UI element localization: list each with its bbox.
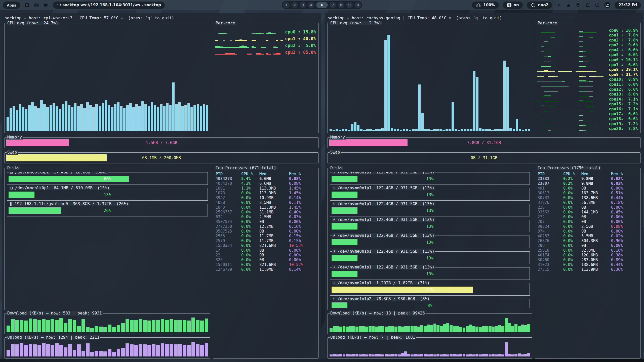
disk-entry: ⚡/dev/nvme0n1p1 122.4GB / 931.5GB (13%) …: [330, 236, 530, 248]
disks-network-column: Disks ⚡/dev/nvme0n1p1 122.4GB / 931.5GB …: [328, 168, 532, 358]
process-mem-percent: 1.45%: [289, 191, 316, 196]
disk-icon: ⊟: [10, 186, 13, 190]
process-mem: 821.6MB: [259, 243, 289, 248]
core-sparkline: [537, 102, 607, 106]
workspace-button[interactable]: 0: [354, 2, 361, 8]
memory-panel: Memory 7.8GB / 31.1GB: [328, 137, 640, 148]
process-mem-percent: 0.40%: [289, 210, 316, 215]
signal-bars-icon[interactable]: [566, 2, 571, 8]
per-core-label: Per-core: [215, 21, 236, 25]
terminal-window-cachyos-gaming[interactable]: socktop — host: cachyos-gaming | CPU Tem…: [325, 13, 643, 359]
process-row: 1073 0.0% 113.3MB 1.45%: [216, 191, 316, 196]
process-mem-percent: 0.00%: [611, 219, 638, 224]
process-mem: 138.6MB: [581, 262, 611, 267]
power-profile-icon[interactable]: [556, 2, 562, 8]
workspace-list: 1 2 3 4 6 7 8 9: [283, 2, 361, 8]
core-sparkline: [537, 127, 607, 131]
volume-pill[interactable]: 100%: [472, 2, 499, 9]
process-mem: 8.5MB: [259, 200, 289, 205]
workspace-button[interactable]: 3: [300, 2, 306, 8]
clock-text: 23:32 Fri: [618, 3, 637, 7]
process-mem: 0B: [581, 186, 611, 191]
cpu-avg-panel: CPU avg (now: 2.3%): [328, 23, 532, 133]
workspace-button[interactable]: 9: [346, 2, 353, 8]
core-row: cpu11↓ 6.0%: [537, 81, 638, 86]
process-pid: 23833: [538, 176, 563, 181]
disk-entry: ⚡/dev/nvme0n1p1 122.4GB / 931.5GB (13%) …: [330, 267, 530, 280]
core-row: cpu3 ↑ 85.0%: [215, 48, 316, 55]
disk-usage-percent: 13%: [330, 271, 530, 277]
disk-entry: ⣿192.168.1.11:/gvolume0 363.8GB / 1.37TB…: [7, 204, 208, 216]
network-pill[interactable]: eno2: [527, 2, 552, 9]
upload-chart: [330, 341, 530, 356]
notifications-bell-icon[interactable]: [585, 2, 590, 8]
workspace-button[interactable]: 2: [291, 2, 298, 8]
window-icon[interactable]: [24, 2, 30, 8]
core-row: cpu0 ↑ 15.8%: [215, 27, 316, 34]
process-mem: 0B: [259, 253, 289, 258]
process-cpu: 0.0%: [563, 229, 581, 234]
topbar-left: Apps ~: socktop ws://192.168.1.104:3031/…: [3, 2, 165, 9]
core-sparkline: [537, 33, 607, 37]
workspace-button[interactable]: 7: [330, 2, 336, 8]
process-row: 491 0.0% 0B 0.00%: [538, 186, 638, 191]
process-row: 31023 0.0% 138.6MB 0.44%: [538, 262, 638, 267]
workspace-button[interactable]: 8: [338, 2, 344, 8]
process-cpu: 0.0%: [563, 239, 581, 243]
folder-icon[interactable]: [43, 2, 49, 8]
core-sparkline: [537, 43, 607, 47]
top-processes-panel: Top Processes (1790 total) PID CPU % Mem…: [535, 168, 640, 358]
disk-icon: ⚡: [333, 249, 336, 254]
process-cpu: 0.0%: [563, 196, 581, 200]
process-mem: 138.6MB: [581, 196, 611, 200]
process-pid: 26876: [538, 239, 563, 243]
core-sparkline: [537, 38, 607, 42]
process-mem: 283.0MB: [581, 258, 611, 262]
process-row: 2579 0.0% 11.7MB 0.15%: [216, 239, 316, 243]
workspace-button[interactable]: 1: [283, 2, 290, 8]
bluetooth-pill[interactable]: on: [503, 2, 523, 9]
active-window-title[interactable]: ~: socktop ws://192.168.1.104:3031/ws - …: [53, 2, 165, 9]
process-mem-percent: 0.44%: [611, 196, 638, 200]
process-pid: 22: [216, 253, 241, 258]
workspace-button[interactable]: 4: [308, 2, 314, 8]
process-pid: 2777250: [216, 224, 241, 229]
disk-usage-percent: 71%: [330, 287, 530, 293]
process-pid: 4084273: [216, 176, 241, 181]
process-table: PID CPU % Mem Mem % 23833 0.2% 9.8MB 0.: [538, 172, 638, 356]
process-cpu: 0.0%: [241, 200, 259, 205]
network-interface: eno2: [538, 3, 549, 7]
lower-row: Disks ⚡/dev/nvme0n1p1 122.4GB / 931.5GB …: [328, 168, 640, 358]
process-mem-percent: 0.00%: [611, 215, 638, 219]
process-row: 1043 0.0% 113.3MB 1.45%: [216, 205, 316, 210]
clock[interactable]: 23:32 Fri: [615, 2, 641, 9]
core-row: cpu14↓ 7.1%: [537, 96, 638, 101]
process-pid: 874: [538, 229, 563, 234]
process-mem: 11.0MB: [259, 267, 289, 272]
core-label: cpu0 ↑ 15.8%: [285, 30, 316, 34]
core-label: cpu1 ↑ 40.0%: [285, 37, 316, 41]
disk-list: ⊟/dev/mmcblk0p2 17.4GB / 28.8GB (60%) 60…: [7, 172, 208, 308]
disk-entry: ⚡/dev/nvme0n1p1 122.4GB / 931.5GB (13%) …: [330, 188, 530, 201]
layers-icon[interactable]: [575, 2, 581, 8]
process-pid: 4088: [216, 200, 241, 205]
process-cpu: 0.0%: [241, 196, 259, 200]
process-row: 30733 0.0% 138.6MB 0.44%: [538, 196, 638, 200]
process-mem-percent: 0.03%: [289, 215, 316, 219]
mail-icon[interactable]: [34, 2, 39, 8]
process-mem: 32.0MB: [581, 248, 611, 253]
process-mem: 2.5MB: [259, 215, 289, 219]
process-cpu: 0.0%: [563, 267, 581, 272]
activity-monitor-icon[interactable]: [604, 2, 611, 8]
title-rule: [504, 18, 640, 18]
process-cpu: 0.0%: [563, 210, 581, 215]
power-icon[interactable]: [594, 2, 600, 8]
disks-network-column: Disks ⊟/dev/mmcblk0p2 17.4GB / 28.8GB (6…: [5, 168, 210, 358]
workspace-button[interactable]: 6: [316, 2, 328, 8]
disk-entry: ⚡/dev/nvme0n1p1 122.4GB / 931.5GB (13%) …: [330, 172, 530, 185]
disk-icon: ⚡: [333, 172, 336, 174]
disk-icon: ⊟: [10, 172, 13, 174]
apps-button[interactable]: Apps: [3, 2, 20, 9]
terminal-window-rpi-worker-3[interactable]: socktop — host: rpi-worker-3 | CPU Temp:…: [2, 13, 321, 359]
disk-entry: ⚡/dev/nvme0n1p1 122.4GB / 931.5GB (13%) …: [330, 251, 530, 264]
